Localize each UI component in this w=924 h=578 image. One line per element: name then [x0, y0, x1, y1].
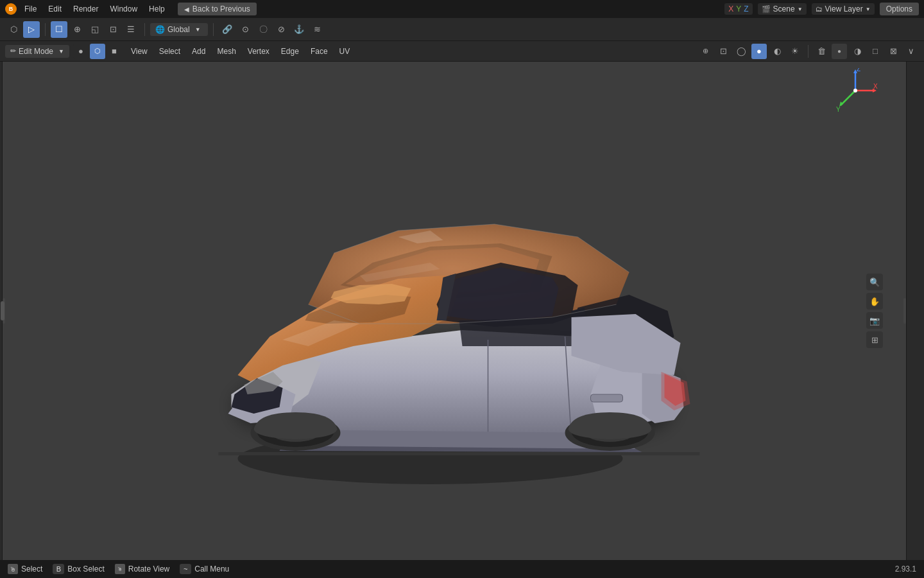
deselect-btn[interactable]: ☰: [123, 21, 139, 38]
svg-line-18: [841, 91, 855, 105]
scene-arrow: ▼: [798, 6, 803, 12]
header-view[interactable]: View: [126, 45, 153, 58]
edit-mode-label: Edit Mode: [19, 47, 53, 56]
status-bar: 🖱 Select B Box Select 🖱 Rotate View ~ Ca…: [0, 560, 924, 578]
mmb-icon: 🖱: [115, 564, 125, 574]
select-tool-button[interactable]: ▷: [23, 21, 40, 38]
left-toolbar-handle[interactable]: [1, 301, 4, 320]
overlay-icon[interactable]: ⊕: [697, 44, 713, 59]
svg-text:Z: Z: [857, 68, 860, 73]
edge-mode-icon[interactable]: ⬡: [90, 44, 105, 59]
y-label: Y: [736, 4, 741, 13]
edit-mode-icon: ✏: [10, 47, 16, 55]
box-select-key: B: [53, 564, 64, 574]
menu-file[interactable]: File: [19, 3, 42, 15]
shading-btn-2[interactable]: ◑: [850, 44, 865, 59]
menu-edit[interactable]: Edit: [43, 3, 67, 15]
shading-solid-icon[interactable]: ●: [751, 44, 767, 59]
call-menu-status: ~ Call Menu: [180, 564, 229, 574]
header-uv[interactable]: UV: [334, 45, 355, 58]
header-vertex[interactable]: Vertex: [243, 45, 275, 58]
face-mode-icon[interactable]: ■: [107, 44, 122, 59]
view-layer-section[interactable]: 🗂 View Layer ▼: [812, 3, 875, 15]
extra-btn[interactable]: ≋: [309, 21, 325, 38]
box-select-btn[interactable]: ☐: [51, 21, 67, 38]
version-info: 2.93.1: [895, 565, 916, 574]
xyz-section: X Y Z: [724, 3, 752, 15]
shading-wire-icon[interactable]: ◯: [733, 44, 749, 59]
transform-group: 🌐 Global ▼: [150, 23, 208, 36]
transform-space-icon: 🌐: [155, 25, 165, 34]
header-select[interactable]: Select: [154, 45, 185, 58]
menu-window[interactable]: Window: [105, 3, 142, 15]
lasso-select-btn[interactable]: ◱: [87, 21, 103, 38]
shading-btn-3[interactable]: □: [868, 44, 883, 59]
right-panel: [906, 62, 924, 560]
shading-rendered-icon[interactable]: ☀: [787, 44, 803, 59]
delete-icon[interactable]: 🗑: [814, 44, 829, 59]
svg-text:Y: Y: [836, 106, 841, 113]
back-to-previous-button[interactable]: Back to Previous: [178, 3, 257, 15]
proportional-size-btn[interactable]: ⊘: [273, 21, 289, 38]
blender-logo: B: [5, 3, 17, 15]
tweak-btn[interactable]: ⚓: [291, 21, 307, 38]
axis-indicator: Z X Y: [833, 68, 878, 113]
editor-type-group: ⬡ ▷: [5, 21, 40, 38]
box-select-label: Box Select: [67, 565, 104, 574]
view-layer-arrow: ▼: [866, 6, 871, 12]
edit-mode-selector[interactable]: ✏ Edit Mode ▼: [5, 45, 69, 58]
scene-icon: 🎬: [762, 5, 771, 13]
header-sep: [808, 45, 809, 58]
shading-btn-4[interactable]: ⊠: [886, 44, 901, 59]
select-all-btn[interactable]: ⊡: [105, 21, 121, 38]
editor-type-button[interactable]: ⬡: [5, 21, 22, 38]
header-bar: ✏ Edit Mode ▼ ● ⬡ ■ View Select Add Mesh…: [0, 41, 924, 62]
header-face[interactable]: Face: [305, 45, 333, 58]
options-button[interactable]: Options: [880, 3, 919, 15]
call-menu-key: ~: [180, 564, 191, 574]
transform-space-arrow: ▼: [195, 26, 201, 33]
view-layer-label: View Layer: [825, 4, 863, 13]
circle-select-btn[interactable]: ⊕: [69, 21, 85, 38]
shading-btn-1[interactable]: ●: [832, 44, 847, 59]
view-layer-icon: 🗂: [816, 5, 823, 13]
scene-section[interactable]: 🎬 Scene ▼: [758, 3, 807, 15]
transform-space-selector[interactable]: 🌐 Global ▼: [150, 23, 208, 36]
proportional-type-btn[interactable]: 〇: [255, 21, 271, 38]
rotate-view-status: 🖱 Rotate View: [115, 564, 169, 574]
left-toolbar: [0, 62, 3, 560]
svg-point-21: [853, 89, 857, 92]
title-bar-left: B File Edit Render Window Help Back to P…: [0, 3, 262, 15]
transform-space-label: Global: [167, 25, 190, 34]
header-mesh[interactable]: Mesh: [212, 45, 241, 58]
mesh-select-mode-icons: ● ⬡ ■: [73, 44, 122, 59]
title-bar: B File Edit Render Window Help Back to P…: [0, 0, 924, 18]
toolbar-sep-2: [144, 23, 145, 36]
header-menu-items: View Select Add Mesh Vertex Edge Face UV: [126, 45, 355, 58]
gizmo-icon[interactable]: ⊡: [715, 44, 731, 59]
grid-btn[interactable]: ⊞: [866, 331, 883, 348]
scene-label: Scene: [773, 4, 795, 13]
shading-btn-5[interactable]: ∨: [903, 44, 919, 59]
svg-text:X: X: [873, 83, 878, 90]
edit-mode-arrow: ▼: [58, 48, 64, 55]
menu-items: File Edit Render Window Help: [19, 3, 170, 15]
lmb-icon: 🖱: [8, 564, 18, 574]
header-right-icons: ⊕ ⊡ ◯ ● ◐ ☀ 🗑 ● ◑ □ ⊠ ∨: [697, 44, 919, 59]
shading-material-icon[interactable]: ◐: [769, 44, 785, 59]
snap-btn[interactable]: 🔗: [219, 21, 235, 38]
box-select-status: B Box Select: [53, 564, 104, 574]
menu-help[interactable]: Help: [144, 3, 170, 15]
proportional-btn[interactable]: ⊙: [237, 21, 253, 38]
header-add[interactable]: Add: [187, 45, 210, 58]
rotate-view-label: Rotate View: [128, 565, 169, 574]
menu-render[interactable]: Render: [68, 3, 103, 15]
svg-rect-3: [591, 394, 623, 402]
vertex-mode-icon[interactable]: ●: [73, 44, 89, 59]
pan-btn[interactable]: ✋: [866, 293, 883, 310]
3d-viewport[interactable]: Z X Y 🔍 ✋ 📷 ⊞: [3, 62, 906, 560]
toolbar-sep-1: [45, 23, 46, 36]
camera-btn[interactable]: 📷: [866, 312, 883, 329]
header-edge[interactable]: Edge: [276, 45, 304, 58]
zoom-in-btn[interactable]: 🔍: [866, 274, 883, 290]
